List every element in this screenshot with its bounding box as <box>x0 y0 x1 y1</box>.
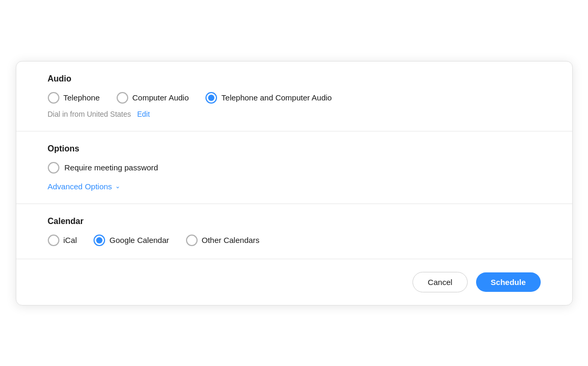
edit-link[interactable]: Edit <box>137 110 150 118</box>
calendar-radio-group: iCal Google Calendar Other Calendars <box>48 235 541 246</box>
calendar-option-ical[interactable]: iCal <box>48 235 77 246</box>
audio-option-telephone[interactable]: Telephone <box>48 92 100 104</box>
computer-audio-radio[interactable] <box>117 92 128 104</box>
other-calendars-label: Other Calendars <box>202 236 260 245</box>
telephone-radio[interactable] <box>48 92 59 104</box>
calendar-option-google[interactable]: Google Calendar <box>94 235 169 246</box>
dial-in-row: Dial in from United States Edit <box>48 110 541 118</box>
audio-option-both[interactable]: Telephone and Computer Audio <box>205 92 332 104</box>
ical-radio[interactable] <box>48 235 59 246</box>
advanced-options-label: Advanced Options <box>48 182 112 191</box>
both-audio-label: Telephone and Computer Audio <box>221 93 332 102</box>
schedule-button[interactable]: Schedule <box>476 272 541 292</box>
cancel-button[interactable]: Cancel <box>412 272 468 292</box>
audio-option-computer[interactable]: Computer Audio <box>117 92 189 104</box>
ical-label: iCal <box>64 236 77 245</box>
both-audio-radio[interactable] <box>205 92 217 104</box>
dial-in-text: Dial in from United States <box>48 110 131 118</box>
audio-radio-group: Telephone Computer Audio Telephone and C… <box>48 92 541 104</box>
google-calendar-radio[interactable] <box>94 235 105 246</box>
audio-section: Audio Telephone Computer Audio Telephone… <box>16 62 572 131</box>
calendar-option-other[interactable]: Other Calendars <box>186 235 260 246</box>
options-section-title: Options <box>48 144 541 154</box>
require-password-checkbox[interactable] <box>48 162 59 174</box>
computer-audio-label: Computer Audio <box>132 93 189 102</box>
audio-section-title: Audio <box>48 74 541 84</box>
telephone-label: Telephone <box>64 93 100 102</box>
google-calendar-label: Google Calendar <box>109 236 169 245</box>
other-calendars-radio[interactable] <box>186 235 198 246</box>
calendar-section-title: Calendar <box>48 217 541 226</box>
advanced-options-link[interactable]: Advanced Options ⌄ <box>48 182 541 191</box>
calendar-section: Calendar iCal Google Calendar Other Cale… <box>16 204 572 259</box>
footer-section: Cancel Schedule <box>16 259 572 305</box>
options-section: Options Require meeting password Advance… <box>16 131 572 204</box>
require-password-option[interactable]: Require meeting password <box>48 162 541 174</box>
chevron-down-icon: ⌄ <box>115 182 120 190</box>
dialog: Audio Telephone Computer Audio Telephone… <box>16 61 573 306</box>
require-password-label: Require meeting password <box>65 163 158 172</box>
